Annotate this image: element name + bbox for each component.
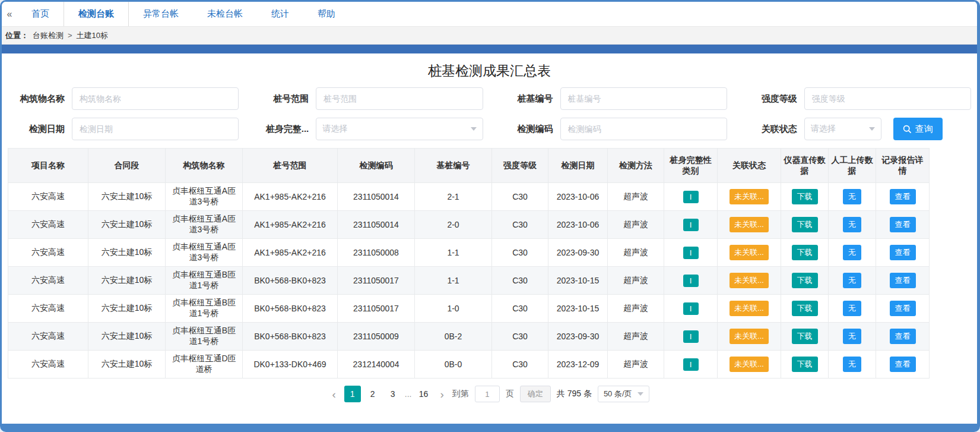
cell-detect-code: 2311050008 [338,239,415,267]
page-button-3[interactable]: 3 [385,386,401,402]
filter-row-1: 构筑物名称桩号范围桩基编号强度等级 [8,87,971,110]
manual-data-button[interactable]: 无 [843,273,861,288]
column-header-link-status: 关联状态 [718,149,781,183]
column-header-manual-data: 人工上传数据 [829,149,876,183]
cell-contract: 六安土建10标 [88,267,166,295]
nav-tab-unchecked-ledger[interactable]: 未检台帐 [193,2,257,26]
select-value: 请选择 [811,124,836,134]
view-report-button[interactable]: 查看 [890,245,916,260]
filter-input-detect-code[interactable] [560,118,727,140]
nav-tab-help[interactable]: 帮助 [303,2,350,26]
manual-data-button[interactable]: 无 [843,357,861,372]
collapse-sidebar-icon[interactable]: « [2,2,17,26]
filter-group-strength-grade: 强度等级 [740,87,971,110]
link-status-badge[interactable]: 未关联... [730,189,769,204]
link-status-badge[interactable]: 未关联... [730,329,769,344]
column-header-report-detail: 记录报告详情 [876,149,930,183]
nav-tabs: 首页检测台账异常台帐未检台帐统计帮助 [17,2,350,26]
cell-detect-method: 超声波 [608,323,664,351]
link-status-badge[interactable]: 未关联... [730,357,769,372]
manual-data-button[interactable]: 无 [843,189,861,204]
filter-select-pile-integrity[interactable]: 请选择 [316,118,483,140]
table-row: 六安高速六安土建10标贞丰枢纽互通B匝道1号桥BK0+568-BK0+82323… [8,323,930,351]
cell-pile-number: 2-0 [415,211,492,239]
page-button-1[interactable]: 1 [344,386,361,402]
search-button[interactable]: 查询 [893,118,943,140]
filter-input-pile-range[interactable] [316,87,483,110]
manual-data-button[interactable]: 无 [843,301,861,316]
cell-detect-method: 超声波 [608,295,664,323]
chevron-down-icon [869,127,875,131]
goto-page-input[interactable] [475,386,500,402]
blue-separator-band [2,45,977,53]
download-button[interactable]: 下载 [792,273,818,288]
cell-contract: 六安土建10标 [88,183,166,211]
filter-input-detect-date[interactable] [72,118,239,140]
cell-structure: 贞丰枢纽互通B匝道1号桥 [166,323,243,351]
filter-label-pile-range: 桩号范围 [252,93,316,105]
cell-detect-date: 2023-12-09 [548,351,608,379]
cell-detect-code: 2311050014 [338,183,415,211]
cell-detect-code: 2311050009 [338,323,415,351]
cell-device-data: 下载 [781,295,829,323]
filter-input-structure-name[interactable] [72,87,239,110]
cell-device-data: 下载 [781,351,829,379]
filter-input-pile-number[interactable] [560,87,727,110]
view-report-button[interactable]: 查看 [890,329,916,344]
page-button-2[interactable]: 2 [364,386,381,402]
cell-strength-grade: C30 [492,351,548,379]
link-status-badge[interactable]: 未关联... [730,245,769,260]
cell-pile-range: BK0+568-BK0+823 [243,295,338,323]
column-header-pile-range: 桩号范围 [243,149,338,183]
cell-pile-range: AK1+985-AK2+216 [243,239,338,267]
confirm-button[interactable]: 确定 [520,386,551,402]
breadcrumb-separator: > [68,31,72,40]
cell-manual-data: 无 [829,323,876,351]
cell-pile-range: BK0+568-BK0+823 [243,323,338,351]
next-page-icon[interactable]: › [437,389,446,400]
manual-data-button[interactable]: 无 [843,245,861,260]
link-status-badge[interactable]: 未关联... [730,273,769,288]
cell-pile-number: 2-1 [415,183,492,211]
manual-data-button[interactable]: 无 [843,329,861,344]
nav-tab-abnormal-ledger[interactable]: 异常台帐 [129,2,193,26]
nav-tab-detection-ledger[interactable]: 检测台账 [64,2,129,26]
cell-detect-method: 超声波 [608,267,664,295]
cell-project: 六安高速 [8,295,88,323]
view-report-button[interactable]: 查看 [890,357,916,372]
link-status-badge[interactable]: 未关联... [730,217,769,232]
download-button[interactable]: 下载 [792,357,818,372]
breadcrumb-prefix: 位置： [5,30,28,41]
page-size-value: 50 条/页 [604,389,632,399]
cell-strength-grade: C30 [492,239,548,267]
link-status-badge[interactable]: 未关联... [730,301,769,316]
view-report-button[interactable]: 查看 [890,217,916,232]
manual-data-button[interactable]: 无 [843,217,861,232]
nav-tab-statistics[interactable]: 统计 [257,2,303,26]
view-report-button[interactable]: 查看 [890,189,916,204]
breadcrumb-item-parent[interactable]: 台账检测 [33,30,64,41]
download-button[interactable]: 下载 [792,329,818,344]
chevron-down-icon [471,127,477,131]
view-report-button[interactable]: 查看 [890,273,916,288]
cell-structure: 贞丰枢纽互通A匝道3号桥 [166,183,243,211]
filter-row-2: 检测日期桩身完整...请选择检测编码关联状态请选择查询 [8,118,971,140]
download-button[interactable]: 下载 [792,189,818,204]
nav-tab-home[interactable]: 首页 [17,2,64,26]
cell-link-status: 未关联... [718,239,781,267]
download-button[interactable]: 下载 [792,217,818,232]
filter-input-strength-grade[interactable] [804,87,971,110]
page-button-16[interactable]: 16 [415,386,432,402]
download-button[interactable]: 下载 [792,245,818,260]
filter-label-detect-code: 检测编码 [496,124,560,135]
cell-detect-date: 2023-09-30 [548,239,608,267]
view-report-button[interactable]: 查看 [890,301,916,316]
cell-detect-date: 2023-10-06 [548,183,608,211]
filter-label-detect-date: 检测日期 [8,124,72,135]
filter-group-pile-number: 桩基编号 [496,87,727,110]
page-size-select[interactable]: 50 条/页 [598,386,649,402]
prev-page-icon[interactable]: ‹ [329,389,338,400]
cell-structure: 贞丰枢纽互通B匝道1号桥 [166,267,243,295]
filter-select-link-status[interactable]: 请选择 [804,118,881,140]
download-button[interactable]: 下载 [792,301,818,316]
